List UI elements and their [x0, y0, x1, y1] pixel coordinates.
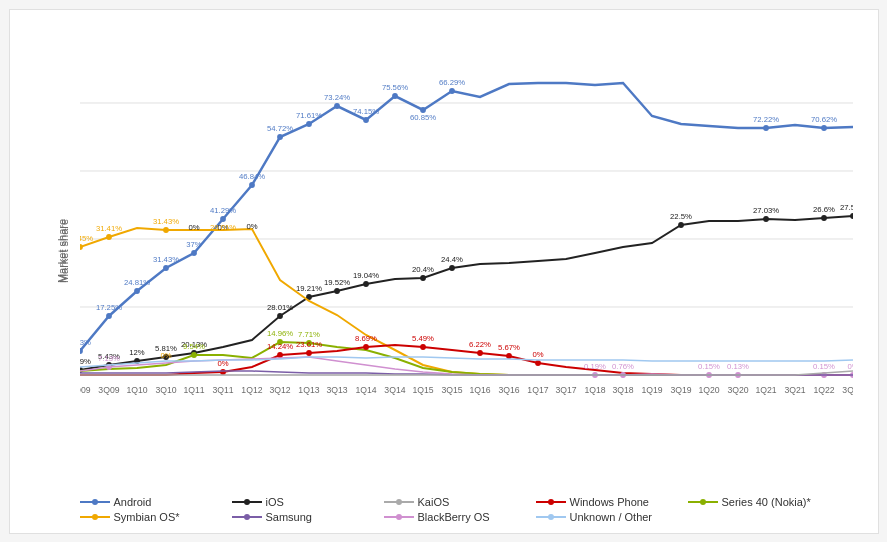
svg-text:0%: 0% [532, 349, 543, 358]
svg-text:54.72%: 54.72% [266, 123, 292, 132]
svg-text:22.5%: 22.5% [670, 211, 692, 220]
legend-samsung-label: Samsung [266, 511, 312, 523]
svg-point-156 [700, 499, 706, 505]
svg-point-64 [191, 250, 197, 256]
svg-text:19.04%: 19.04% [352, 270, 378, 279]
svg-text:60.85%: 60.85% [409, 112, 435, 121]
svg-text:17.25%: 17.25% [95, 302, 121, 311]
svg-text:1Q22: 1Q22 [813, 384, 834, 394]
svg-text:23.61%: 23.61% [295, 339, 321, 348]
legend-android-label: Android [114, 496, 152, 508]
legend-ios-label: iOS [266, 496, 284, 508]
svg-text:37.45%: 37.45% [80, 233, 93, 242]
chart-svg: 0% 20% 40% 60% 80% 1Q09 3Q09 1Q10 3Q10 1… [80, 35, 853, 405]
svg-point-62 [220, 216, 226, 222]
svg-point-98 [850, 213, 853, 219]
svg-text:1Q21: 1Q21 [755, 384, 776, 394]
svg-text:9.54%: 9.54% [183, 341, 205, 350]
svg-point-60 [249, 182, 255, 188]
svg-text:5.67%: 5.67% [498, 342, 520, 351]
svg-text:0%: 0% [188, 222, 199, 231]
svg-text:7.13%: 7.13% [80, 337, 91, 346]
svg-text:3Q22: 3Q22 [842, 384, 853, 394]
svg-text:3Q10: 3Q10 [155, 384, 176, 394]
svg-text:31.43%: 31.43% [152, 216, 178, 225]
legend-symbian: Symbian OS* [80, 511, 220, 523]
legend-blackberry-label: BlackBerry OS [418, 511, 490, 523]
legend-ios: iOS [232, 496, 372, 508]
svg-point-46 [306, 121, 312, 127]
legend-kaios-label: KaiOS [418, 496, 450, 508]
svg-point-100 [80, 244, 83, 250]
svg-text:20.4%: 20.4% [412, 264, 434, 273]
svg-point-126 [535, 360, 541, 366]
svg-text:8.69%: 8.69% [355, 333, 377, 342]
svg-point-148 [92, 499, 98, 505]
legend-samsung: Samsung [232, 511, 372, 523]
svg-point-150 [244, 499, 250, 505]
svg-text:0%: 0% [847, 361, 853, 370]
svg-point-48 [334, 103, 340, 109]
svg-text:3Q14: 3Q14 [384, 384, 405, 394]
legend-series40-label: Series 40 (Nokia)* [722, 496, 811, 508]
svg-point-106 [191, 352, 197, 358]
svg-text:3Q13: 3Q13 [326, 384, 347, 394]
svg-text:1.69%: 1.69% [80, 356, 91, 365]
svg-text:0%: 0% [246, 221, 257, 230]
svg-text:27.03%: 27.03% [752, 205, 778, 214]
svg-point-42 [134, 288, 140, 294]
svg-text:0.15%: 0.15% [698, 361, 720, 370]
svg-text:3Q21: 3Q21 [784, 384, 805, 394]
svg-text:0.76%: 0.76% [612, 361, 634, 370]
svg-point-52 [392, 93, 398, 99]
svg-point-86 [363, 281, 369, 287]
svg-text:3Q15: 3Q15 [441, 384, 462, 394]
svg-text:31.43%: 31.43% [152, 254, 178, 263]
svg-text:1Q13: 1Q13 [298, 384, 319, 394]
svg-point-58 [277, 134, 283, 140]
svg-text:1Q14: 1Q14 [355, 384, 376, 394]
svg-text:41.29%: 41.29% [209, 205, 235, 214]
svg-point-158 [92, 514, 98, 520]
svg-text:7.71%: 7.71% [298, 329, 320, 338]
svg-text:1Q12: 1Q12 [241, 384, 262, 394]
svg-point-162 [396, 514, 402, 520]
svg-point-94 [763, 216, 769, 222]
svg-point-66 [763, 125, 769, 131]
svg-text:24.4%: 24.4% [441, 254, 463, 263]
svg-point-96 [821, 215, 827, 221]
svg-text:19.52%: 19.52% [323, 277, 349, 286]
svg-point-114 [277, 352, 283, 358]
chart-container: Market share 0% 20% 40% 60% 80% 1Q09 3Q0… [9, 9, 879, 534]
svg-text:12%: 12% [129, 347, 144, 356]
svg-text:3Q09: 3Q09 [98, 384, 119, 394]
svg-text:1Q18: 1Q18 [584, 384, 605, 394]
svg-point-152 [396, 499, 402, 505]
svg-text:1Q19: 1Q19 [641, 384, 662, 394]
svg-point-88 [420, 275, 426, 281]
svg-point-80 [277, 313, 283, 319]
svg-text:3Q19: 3Q19 [670, 384, 691, 394]
android-line [80, 83, 853, 351]
svg-text:1Q09: 1Q09 [80, 384, 91, 394]
svg-text:1Q11: 1Q11 [183, 384, 204, 394]
svg-text:26.6%: 26.6% [813, 204, 835, 213]
svg-point-164 [548, 514, 554, 520]
legend-blackberry: BlackBerry OS [384, 511, 524, 523]
legend-android: Android [80, 496, 220, 508]
svg-text:14.24%: 14.24% [266, 341, 292, 350]
svg-point-124 [506, 353, 512, 359]
svg-text:3Q16: 3Q16 [498, 384, 519, 394]
svg-point-104 [163, 227, 169, 233]
svg-point-50 [363, 117, 369, 123]
chart-legend: Android iOS KaiOS [80, 496, 858, 523]
svg-point-44 [163, 265, 169, 271]
svg-text:7.13%: 7.13% [98, 353, 120, 362]
svg-text:73.24%: 73.24% [323, 92, 349, 101]
svg-point-120 [420, 344, 426, 350]
svg-text:1Q20: 1Q20 [698, 384, 719, 394]
svg-text:3Q17: 3Q17 [555, 384, 576, 394]
svg-point-90 [449, 265, 455, 271]
legend-windows-phone: Windows Phone [536, 496, 676, 508]
legend-unknown-label: Unknown / Other [570, 511, 653, 523]
